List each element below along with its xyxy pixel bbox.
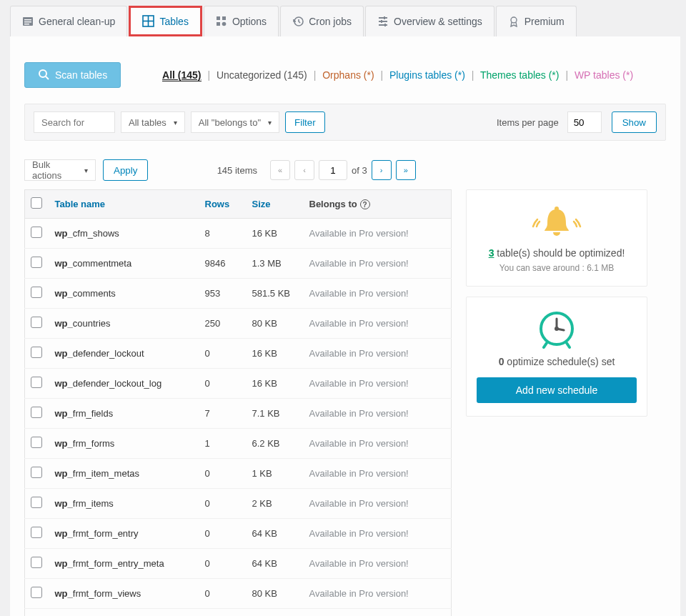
cell-table-name: wp_frmt_form_entry_meta	[49, 549, 199, 579]
svg-rect-7	[217, 16, 220, 20]
cell-table-name: wp_gamipress_logs	[49, 609, 199, 617]
svg-line-26	[544, 343, 547, 347]
row-checkbox[interactable]	[31, 407, 42, 418]
svg-line-27	[567, 343, 570, 347]
page-number-input[interactable]	[319, 160, 347, 180]
cell-size: 2 KB	[247, 489, 304, 519]
tab-premium[interactable]: Premium	[496, 6, 577, 36]
cell-rows: 0	[199, 579, 247, 609]
cell-rows: 0	[199, 549, 247, 579]
row-checkbox[interactable]	[31, 527, 42, 538]
table-row: wp_defender_lockout016 KBAvailable in Pr…	[25, 339, 452, 369]
svg-rect-16	[381, 20, 382, 23]
sliders-icon	[377, 16, 389, 27]
cell-rows: 0	[199, 369, 247, 399]
row-checkbox[interactable]	[31, 257, 42, 268]
filter-orphans[interactable]: Orphans (*)	[322, 69, 374, 81]
badge-icon	[508, 16, 520, 27]
all-tables-dropdown[interactable]: All tables▾	[121, 111, 185, 133]
tab-general-cleanup[interactable]: General clean-up	[10, 6, 127, 36]
row-checkbox[interactable]	[31, 497, 42, 508]
table-row: wp_cfm_shows816 KBAvailable in Pro versi…	[25, 219, 452, 249]
table-row: wp_defender_lockout_log016 KBAvailable i…	[25, 369, 452, 399]
chevron-down-icon: ▾	[268, 119, 272, 126]
col-size[interactable]: Size	[247, 190, 304, 219]
cell-size: 16 KB	[247, 219, 304, 249]
cell-rows: 250	[199, 309, 247, 339]
svg-rect-3	[24, 24, 29, 24]
cell-rows: 0	[199, 459, 247, 489]
cell-size: 16 KB	[247, 339, 304, 369]
page-content: Scan tables All (145) | Uncategorized (1…	[10, 36, 680, 616]
cell-rows: 7	[199, 399, 247, 429]
row-checkbox[interactable]	[31, 377, 42, 388]
row-checkbox[interactable]	[31, 227, 42, 238]
prev-page-button[interactable]: ‹	[294, 160, 314, 180]
cell-belongs-to: Available in Pro version!	[304, 309, 452, 339]
search-input[interactable]	[34, 111, 115, 133]
svg-rect-9	[217, 22, 220, 26]
cell-belongs-to: Available in Pro version!	[304, 519, 452, 549]
scan-tables-button[interactable]: Scan tables	[24, 62, 121, 88]
select-all-checkbox[interactable]	[31, 197, 42, 209]
svg-rect-12	[379, 17, 387, 19]
total-items-label: 145 items	[217, 165, 257, 176]
filter-uncategorized[interactable]: Uncategorized (145)	[217, 69, 307, 81]
table-row: wp_frmt_form_views080 KBAvailable in Pro…	[25, 579, 452, 609]
last-page-button[interactable]: »	[396, 160, 416, 180]
row-checkbox[interactable]	[31, 437, 42, 448]
belongs-to-dropdown[interactable]: All "belongs to"▾	[191, 111, 279, 133]
row-checkbox[interactable]	[31, 587, 42, 598]
col-table-name[interactable]: Table name	[49, 190, 199, 219]
cell-size: 581.5 KB	[247, 279, 304, 309]
row-checkbox[interactable]	[31, 347, 42, 358]
cell-belongs-to: Available in Pro version!	[304, 339, 452, 369]
apply-button[interactable]: Apply	[103, 159, 148, 181]
items-per-page-input[interactable]	[567, 111, 602, 133]
next-page-button[interactable]: ›	[372, 160, 392, 180]
scan-label: Scan tables	[55, 69, 107, 81]
row-checkbox[interactable]	[31, 317, 42, 328]
show-button[interactable]: Show	[612, 111, 657, 133]
col-rows[interactable]: Rows	[199, 190, 247, 219]
widgets-icon	[216, 16, 227, 27]
row-checkbox[interactable]	[31, 467, 42, 478]
tab-label: Tables	[159, 16, 188, 27]
filter-plugins-tables[interactable]: Plugins tables (*)	[389, 69, 465, 81]
svg-rect-1	[24, 19, 31, 20]
list-icon	[22, 16, 34, 27]
cell-belongs-to: Available in Pro version!	[304, 249, 452, 279]
cell-table-name: wp_frmt_form_entry	[49, 519, 199, 549]
filter-all[interactable]: All (145)	[162, 69, 201, 81]
table-row: wp_frmt_form_entry_meta064 KBAvailable i…	[25, 549, 452, 579]
svg-rect-2	[24, 21, 31, 22]
help-icon[interactable]: ?	[360, 199, 370, 209]
tab-tables[interactable]: Tables	[129, 6, 202, 36]
svg-rect-17	[384, 24, 386, 26]
tab-label: Overview & settings	[394, 16, 482, 27]
tab-options[interactable]: Options	[204, 6, 279, 36]
filter-button[interactable]: Filter	[285, 111, 325, 133]
cell-size: 16 KB	[247, 369, 304, 399]
cell-size: 7.1 KB	[247, 399, 304, 429]
optimize-sub: You can save around : 6.1 MB	[477, 263, 637, 273]
add-schedule-button[interactable]: Add new schedule	[477, 377, 637, 403]
row-checkbox[interactable]	[31, 287, 42, 298]
table-row: wp_frmt_form_entry064 KBAvailable in Pro…	[25, 519, 452, 549]
items-per-page-label: Items per page	[497, 117, 559, 128]
cell-belongs-to: Available in Pro version!	[304, 459, 452, 489]
tab-overview-settings[interactable]: Overview & settings	[365, 6, 494, 36]
cell-belongs-to: Available in Pro version!	[304, 609, 452, 617]
tables-table: Table name Rows Size Belongs to? wp_cfm_…	[24, 189, 452, 616]
filter-wp-tables[interactable]: WP tables (*)	[575, 69, 633, 81]
filter-themes-tables[interactable]: Themes tables (*)	[480, 69, 559, 81]
cell-size: 1.3 MB	[247, 249, 304, 279]
cell-table-name: wp_cfm_shows	[49, 219, 199, 249]
cell-rows: 0	[199, 339, 247, 369]
tab-cron-jobs[interactable]: Cron jobs	[280, 6, 364, 36]
cell-table-name: wp_frm_fields	[49, 399, 199, 429]
row-checkbox[interactable]	[31, 557, 42, 568]
tab-nav: General clean-up Tables Options Cron job…	[0, 0, 686, 36]
first-page-button[interactable]: «	[270, 160, 290, 180]
bulk-actions-dropdown[interactable]: Bulk actions▾	[24, 159, 96, 181]
